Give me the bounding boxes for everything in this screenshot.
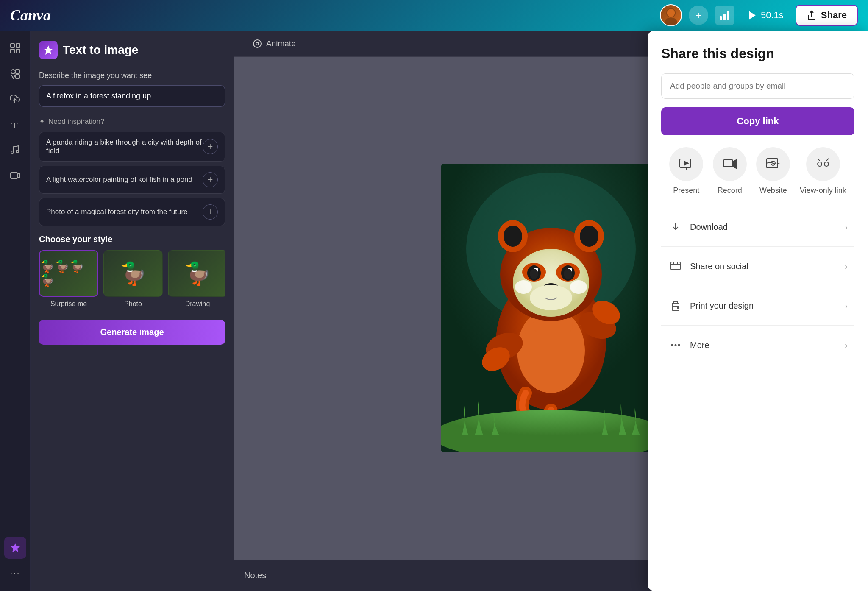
svg-point-38 — [580, 226, 598, 247]
svg-rect-5 — [727, 11, 729, 20]
divider-4 — [661, 325, 854, 326]
generate-button[interactable]: Generate image — [39, 320, 225, 345]
svg-marker-22 — [11, 543, 20, 552]
style-photo[interactable]: 🦆 Photo — [103, 250, 163, 308]
canvas-area: Animate — [234, 31, 868, 591]
style-name-photo: Photo — [103, 300, 163, 308]
add-inspiration-1[interactable]: + — [203, 139, 218, 154]
svg-marker-14 — [11, 75, 15, 78]
style-name-surprise: Surprise me — [39, 300, 98, 308]
svg-point-2 — [667, 9, 675, 17]
add-inspiration-2[interactable]: + — [203, 172, 218, 187]
panel-title: Text to image — [63, 43, 138, 57]
print-label: Print your design — [690, 301, 754, 311]
share-social-chevron: › — [845, 262, 848, 271]
style-grid: 🦆🦆🦆🦆 Surprise me 🦆 Photo 🦆 Drawing › — [39, 250, 225, 308]
avatar[interactable] — [660, 4, 682, 26]
add-inspiration-3[interactable]: + — [203, 204, 218, 220]
canva-logo: Canva — [10, 6, 51, 24]
svg-marker-6 — [749, 11, 756, 20]
inspiration-label: Need inspiration? — [48, 117, 104, 126]
share-icons-row: Present Record — [661, 147, 854, 195]
inspiration-item-3[interactable]: Photo of a magical forest city from the … — [39, 198, 225, 226]
icon-sidebar: T ··· — [0, 31, 31, 591]
print-icon — [668, 298, 683, 313]
inspiration-text-3: Photo of a magical forest city from the … — [46, 208, 188, 216]
svg-rect-8 — [11, 44, 14, 47]
record-label: Record — [718, 186, 742, 195]
sidebar-item-text[interactable]: T — [4, 114, 26, 136]
add-button[interactable]: + — [689, 6, 708, 25]
sidebar-item-ai[interactable] — [4, 537, 26, 559]
copy-link-button[interactable]: Copy link — [661, 107, 854, 135]
svg-point-73 — [671, 344, 673, 346]
sidebar-item-uploads[interactable] — [4, 88, 26, 110]
notes-label: Notes — [244, 571, 266, 580]
svg-point-19 — [16, 150, 19, 153]
svg-point-52 — [570, 280, 587, 294]
share-social-left: Share on social — [668, 259, 748, 274]
prompt-input[interactable] — [39, 85, 225, 107]
menu-download[interactable]: Download › — [661, 211, 854, 243]
analytics-button[interactable] — [715, 6, 734, 25]
svg-marker-58 — [684, 161, 688, 165]
present-label: Present — [673, 186, 699, 195]
record-icon-circle — [713, 147, 747, 181]
style-surprise-me[interactable]: 🦆🦆🦆🦆 Surprise me — [39, 250, 98, 308]
svg-point-25 — [256, 42, 259, 45]
svg-point-46 — [530, 269, 538, 279]
svg-point-67 — [824, 162, 829, 166]
style-thumb-drawing: 🦆 — [168, 250, 225, 297]
svg-point-66 — [818, 162, 822, 166]
svg-rect-9 — [16, 44, 20, 47]
header-actions: + 50.1s Share — [660, 4, 858, 26]
email-input[interactable] — [661, 73, 854, 99]
animate-button[interactable]: Animate — [244, 35, 304, 53]
svg-rect-70 — [671, 262, 680, 270]
inspiration-item-1[interactable]: A panda riding a bike through a city wit… — [39, 132, 225, 162]
svg-marker-23 — [44, 45, 53, 55]
more-icon — [668, 337, 683, 353]
play-duration: 50.1s — [761, 10, 784, 21]
svg-point-1 — [665, 18, 677, 25]
share-view-only[interactable]: View-only link — [800, 147, 846, 195]
divider-2 — [661, 246, 854, 247]
svg-rect-10 — [11, 49, 14, 53]
share-website[interactable]: Website — [756, 147, 790, 195]
svg-point-47 — [564, 269, 572, 279]
left-panel: Text to image Describe the image you wan… — [31, 31, 234, 591]
svg-point-53 — [441, 410, 661, 452]
sidebar-item-panels[interactable] — [4, 37, 26, 59]
share-button[interactable]: Share — [796, 5, 858, 26]
sidebar-item-more[interactable]: ··· — [4, 562, 26, 584]
share-present[interactable]: Present — [669, 147, 703, 195]
download-chevron: › — [845, 222, 848, 232]
present-icon-circle — [669, 147, 703, 181]
svg-point-50 — [530, 285, 572, 310]
sidebar-item-audio[interactable] — [4, 139, 26, 161]
svg-rect-3 — [720, 16, 722, 20]
share-social-label: Share on social — [690, 262, 748, 271]
website-label: Website — [760, 186, 787, 195]
sidebar-item-video[interactable] — [4, 164, 26, 187]
view-only-label: View-only link — [800, 186, 846, 195]
menu-share-social[interactable]: Share on social › — [661, 250, 854, 282]
more-label: More — [690, 340, 709, 350]
play-button[interactable]: 50.1s — [741, 6, 789, 24]
menu-print[interactable]: Print your design › — [661, 290, 854, 322]
style-drawing[interactable]: 🦆 Drawing — [168, 250, 225, 308]
share-record[interactable]: Record — [713, 147, 747, 195]
svg-rect-4 — [723, 14, 726, 20]
divider-1 — [661, 207, 854, 207]
sidebar-item-elements[interactable] — [4, 63, 26, 85]
menu-more[interactable]: More › — [661, 329, 854, 361]
inspiration-text-2: A light watercolor painting of koi fish … — [46, 176, 192, 184]
svg-text:T: T — [11, 120, 18, 130]
style-label: Choose your style — [39, 234, 225, 244]
inspiration-item-2[interactable]: A light watercolor painting of koi fish … — [39, 166, 225, 194]
download-label: Download — [690, 222, 728, 232]
download-icon — [668, 219, 683, 234]
svg-point-12 — [11, 70, 15, 74]
panel-header: Text to image — [39, 41, 225, 59]
share-social-icon — [668, 259, 683, 274]
